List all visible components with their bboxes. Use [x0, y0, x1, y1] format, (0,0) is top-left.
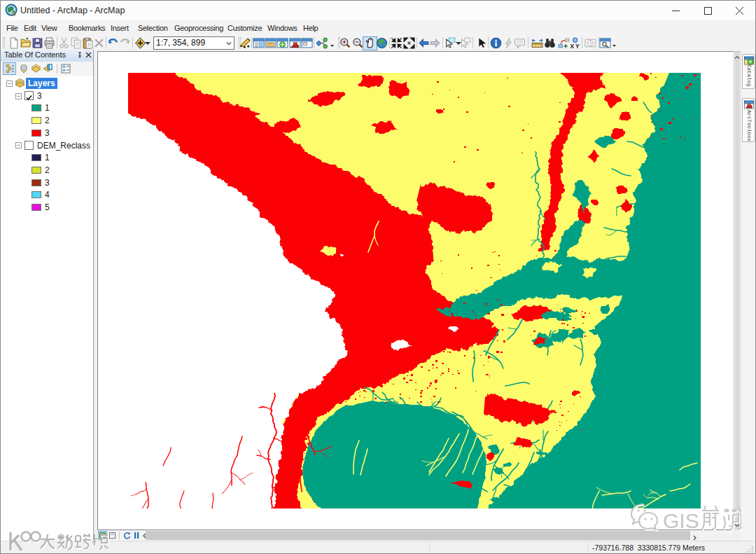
svg-text:X: X: [570, 43, 575, 49]
svg-text:Y: Y: [575, 43, 580, 49]
svg-text:GIS: GIS: [663, 509, 699, 532]
